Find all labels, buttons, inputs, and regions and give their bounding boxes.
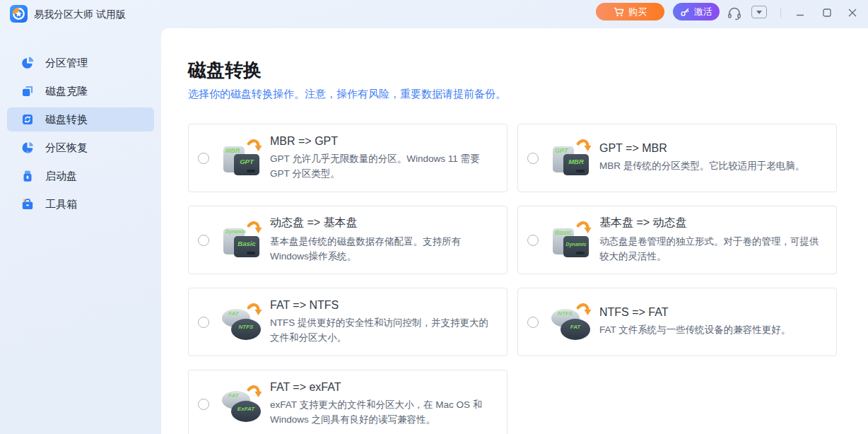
partition-recovery-icon bbox=[20, 141, 35, 155]
card-fat-to-ntfs[interactable]: FAT NTFS FAT => NTFS NTFS 提供更好的安全性和访问控制，… bbox=[188, 288, 508, 356]
arrow-icon bbox=[247, 385, 262, 400]
sidebar-item-partition-recovery[interactable]: 分区恢复 bbox=[7, 136, 154, 160]
card-title: FAT => NTFS bbox=[270, 299, 497, 312]
disk-conversion-icon: Dynamic Basic bbox=[222, 222, 262, 259]
buy-button[interactable]: 购买 bbox=[596, 3, 664, 20]
card-basic-to-dynamic[interactable]: Basic Dynamic 基本盘 => 动态盘 动态盘是卷管理的独立形式。对于… bbox=[517, 206, 837, 274]
card-description: 动态盘是卷管理的独立形式。对于卷的管理，可提供较大的灵活性。 bbox=[599, 235, 826, 264]
radio-button[interactable] bbox=[198, 317, 209, 328]
card-title: FAT => exFAT bbox=[270, 381, 497, 394]
sidebar-item-label: 启动盘 bbox=[45, 170, 77, 183]
card-title: 动态盘 => 基本盘 bbox=[270, 216, 497, 230]
menu-dropdown-button[interactable] bbox=[751, 6, 767, 18]
card-title: NTFS => FAT bbox=[599, 306, 790, 319]
filesystem-conversion-icon: NTFS FAT bbox=[551, 304, 591, 341]
sidebar-item-label: 磁盘转换 bbox=[45, 113, 88, 127]
buy-label: 购买 bbox=[628, 6, 647, 18]
radio-button[interactable] bbox=[527, 235, 539, 246]
card-description: MBR 是传统的分区类型。它比较适用于老电脑。 bbox=[599, 159, 804, 174]
conversion-card-grid: MBR GPT MBR => GPT GPT 允许几乎无限数量的分区。Windo… bbox=[188, 124, 868, 434]
sidebar-item-partition-manage[interactable]: 分区管理 bbox=[7, 51, 154, 75]
window-title: 易我分区大师 试用版 bbox=[34, 8, 126, 21]
radio-button[interactable] bbox=[527, 317, 539, 328]
card-description: 基本盘是传统的磁盘数据存储配置。支持所有Windows操作系统。 bbox=[270, 235, 497, 264]
sidebar: 分区管理 磁盘克隆 磁盘转换 分区恢复 启动盘 bbox=[0, 28, 161, 434]
sidebar-item-disk-convert[interactable]: 磁盘转换 bbox=[7, 107, 154, 131]
card-description: exFAT 支持更大的文件和分区大小，在 Mac OS 和 Windows 之间… bbox=[270, 398, 497, 428]
card-dynamic-to-basic[interactable]: Dynamic Basic 动态盘 => 基本盘 基本盘是传统的磁盘数据存储配置… bbox=[188, 206, 508, 274]
sidebar-item-boot-disk[interactable]: 启动盘 bbox=[7, 164, 154, 188]
card-ntfs-to-fat[interactable]: NTFS FAT NTFS => FAT FAT 文件系统与一些传统设备的兼容性… bbox=[517, 288, 837, 356]
cart-icon bbox=[614, 7, 624, 17]
maximize-button[interactable] bbox=[818, 4, 836, 22]
card-description: NTFS 提供更好的安全性和访问控制，并支持更大的文件和分区大小。 bbox=[270, 316, 497, 346]
toolbox-icon bbox=[20, 197, 35, 211]
sidebar-item-toolbox[interactable]: 工具箱 bbox=[7, 192, 154, 216]
card-gpt-to-mbr[interactable]: GPT MBR GPT => MBR MBR 是传统的分区类型。它比较适用于老电… bbox=[517, 124, 837, 192]
activate-button[interactable]: 激活 bbox=[673, 3, 720, 20]
support-headset-icon[interactable] bbox=[726, 5, 743, 25]
disk-conversion-icon: GPT MBR bbox=[551, 140, 591, 177]
disk-conversion-icon: Basic Dynamic bbox=[551, 222, 591, 259]
card-description: FAT 文件系统与一些传统设备的兼容性更好。 bbox=[599, 323, 790, 338]
filesystem-conversion-icon: FAT NTFS bbox=[222, 304, 262, 341]
arrow-icon bbox=[576, 221, 592, 236]
app-logo-icon bbox=[10, 5, 28, 23]
sidebar-item-label: 分区恢复 bbox=[45, 141, 88, 155]
key-icon bbox=[680, 7, 690, 17]
sidebar-item-disk-clone[interactable]: 磁盘克隆 bbox=[7, 79, 154, 103]
filesystem-conversion-icon: FAT ExFAT bbox=[222, 386, 262, 423]
arrow-icon bbox=[576, 303, 592, 318]
sidebar-item-label: 磁盘克隆 bbox=[45, 85, 88, 98]
minimize-button[interactable] bbox=[791, 4, 809, 22]
card-title: MBR => GPT bbox=[270, 135, 497, 148]
titlebar-separator bbox=[780, 8, 781, 18]
page-title: 磁盘转换 bbox=[188, 59, 868, 81]
radio-button[interactable] bbox=[198, 399, 209, 410]
page-subtitle: 选择你的磁盘转换操作。注意，操作有风险，重要数据请提前备份。 bbox=[188, 87, 868, 101]
close-button[interactable] bbox=[843, 4, 862, 22]
radio-button[interactable] bbox=[198, 235, 209, 246]
arrow-icon bbox=[576, 139, 592, 154]
disk-convert-icon bbox=[20, 112, 35, 127]
card-title: GPT => MBR bbox=[599, 142, 804, 155]
radio-button[interactable] bbox=[527, 153, 539, 164]
card-mbr-to-gpt[interactable]: MBR GPT MBR => GPT GPT 允许几乎无限数量的分区。Windo… bbox=[188, 124, 508, 192]
titlebar: 易我分区大师 试用版 购买 激活 bbox=[0, 0, 868, 28]
boot-disk-icon bbox=[20, 169, 35, 183]
disk-conversion-icon: MBR GPT bbox=[222, 140, 262, 177]
arrow-icon bbox=[247, 139, 262, 154]
arrow-icon bbox=[247, 221, 262, 236]
sidebar-item-label: 分区管理 bbox=[45, 57, 88, 70]
disk-clone-icon bbox=[20, 84, 35, 98]
arrow-icon bbox=[247, 303, 262, 318]
chevron-down-icon bbox=[756, 11, 762, 14]
content-panel: 磁盘转换 选择你的磁盘转换操作。注意，操作有风险，重要数据请提前备份。 MBR … bbox=[161, 28, 868, 434]
card-title: 基本盘 => 动态盘 bbox=[599, 216, 826, 230]
sidebar-item-label: 工具箱 bbox=[45, 198, 77, 211]
pie-chart-icon bbox=[20, 56, 35, 70]
card-description: GPT 允许几乎无限数量的分区。Windows 11 需要 GPT 分区类型。 bbox=[270, 152, 497, 182]
radio-button[interactable] bbox=[198, 153, 209, 164]
card-fat-to-exfat[interactable]: FAT ExFAT FAT => exFAT exFAT 支持更大的文件和分区大… bbox=[188, 370, 508, 434]
activate-label: 激活 bbox=[694, 6, 712, 18]
